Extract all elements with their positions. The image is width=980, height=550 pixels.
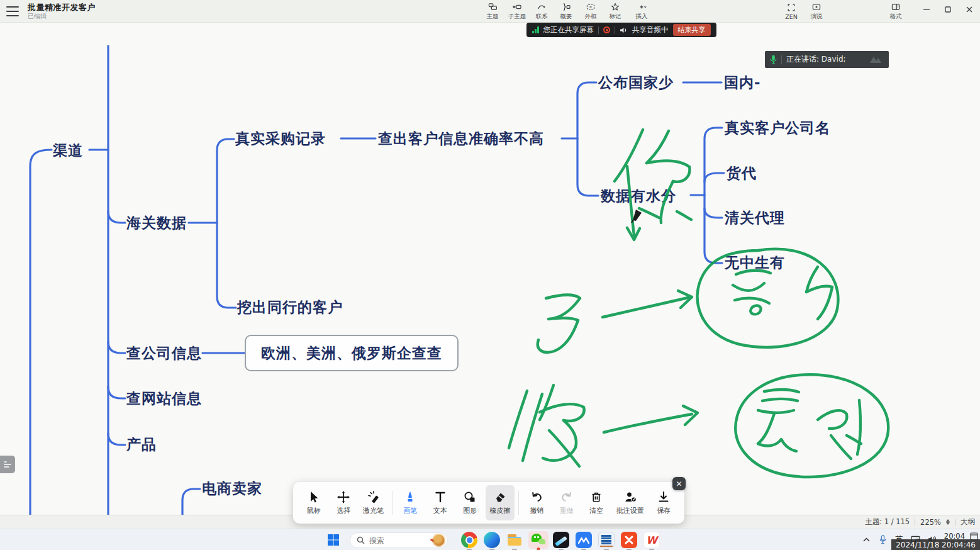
toolbar-zen-button[interactable]: ZEN [778,1,805,21]
download-save-icon [657,490,671,504]
select-tool-button[interactable]: 选择 [330,485,359,520]
wechat-icon [530,532,547,548]
mindmap-node[interactable]: 货代 [727,164,757,183]
cursor-icon [307,490,321,504]
search-input[interactable] [369,536,423,545]
taskbar-mountain-app[interactable] [575,531,593,549]
mindmap-node[interactable]: 挖出同行的客户 [237,298,343,317]
datetime-overlay: 2024/11/18 20:04:46 [891,539,980,550]
windows-start-icon [327,534,340,546]
redo-button[interactable]: 重做 [552,485,581,520]
mindmap-node[interactable]: 数据有水分 [601,186,676,206]
ink-bi [509,385,584,466]
minimize-button[interactable] [916,0,937,19]
taskbar-notes-app[interactable] [598,531,615,549]
text-icon [433,490,447,504]
mindmap-node[interactable]: 渠道 [53,141,83,160]
tool-label: 橡皮擦 [489,506,510,515]
zoom-level: 225% [920,518,941,527]
close-icon [966,6,973,13]
taskbar-wechat[interactable] [528,531,548,549]
taskbar-chrome[interactable] [460,531,478,549]
mindmap-node[interactable]: 产品 [126,435,157,454]
zen-icon [786,3,797,13]
shapes-icon [463,490,477,504]
tray-chevron-up-icon[interactable] [859,530,875,548]
taskbar-capcut[interactable] [552,531,570,549]
outline-button[interactable]: 大纲 [961,517,975,527]
annotation-toolbar-close-button[interactable]: ✕ [672,477,686,490]
clear-all-button[interactable]: 清空 [582,485,611,520]
divider [781,55,782,64]
ink-ni [615,130,691,240]
toolbar-label: 演说 [811,13,823,21]
outline-toggle-button[interactable] [0,456,15,473]
taskbar-wps[interactable]: W [643,531,660,549]
shapes-tool-button[interactable]: 图形 [456,485,485,520]
mindmap-node[interactable]: 真实客户公司名 [725,118,830,138]
annotator-settings-icon [623,490,637,504]
toolbar-insert-button[interactable]: 插入 [628,1,655,21]
recording-icon[interactable] [603,26,610,33]
save-annotation-button[interactable]: 保存 [650,485,679,520]
taskbar-edge[interactable] [483,531,501,549]
taskbar-xmind[interactable] [620,531,638,549]
toolbar-format-button[interactable]: 格式 [883,1,909,21]
toolbar-boundary-button[interactable]: 外框 [577,1,604,21]
ink-arrow-2 [604,406,698,432]
notepad-icon [598,532,615,548]
minimize-icon [923,6,930,13]
mindmap-node[interactable]: 电商卖家 [202,479,262,498]
annotation-settings-button[interactable]: 批注设置 [612,485,648,520]
mindmap-node[interactable]: 国内- [724,73,761,93]
mindmap-node[interactable]: 清关代理 [725,208,785,228]
insert-icon [636,2,647,12]
undo-button[interactable]: 撤销 [523,485,552,520]
taskbar-file-explorer[interactable] [506,531,523,549]
laser-pointer-button[interactable]: 激光笔 [359,485,388,520]
toolbar-subtopic-button[interactable]: 子主题 [504,1,530,21]
toolbar-label: 外框 [585,13,597,21]
tray-microphone-icon[interactable] [875,530,891,548]
maximize-icon [944,6,952,13]
mindmap-node[interactable]: 查网站信息 [126,389,202,408]
mindmap-node[interactable]: 查公司信息 [126,344,202,363]
search-highlight-image[interactable] [432,534,445,547]
handwriting-ink-layer [0,45,980,537]
tool-label: 鼠标 [307,506,321,515]
toolbar-summary-button[interactable]: 概要 [553,1,579,21]
toolbar-label: 格式 [890,13,902,21]
toolbar-label: 主题 [487,13,499,21]
pen-tool-button[interactable]: 画笔 [396,485,425,520]
mindmap-node[interactable]: 无中生有 [725,253,785,272]
sharing-status-text: 您正在共享屏幕 [543,25,594,35]
toolbar-marker-button[interactable]: 标记 [602,1,628,21]
search-icon [357,536,365,544]
toolbar-topic-button[interactable]: 主题 [479,1,506,21]
mindmap-node[interactable]: 海关数据 [126,213,187,233]
start-button[interactable] [325,531,342,549]
mindmap-canvas[interactable]: 渠道 海关数据 真实采购记录 查出客户信息准确率不高 公布国家少 国内- 数据有… [0,23,980,515]
move-select-icon [337,490,350,504]
trash-icon [589,490,603,504]
maximize-button[interactable] [937,0,959,19]
mindmap-node[interactable]: 公布国家少 [598,73,674,93]
text-tool-button[interactable]: 文本 [426,485,455,520]
format-icon [890,2,901,12]
toolbar-relationship-button[interactable]: 联系 [528,1,555,21]
speaking-text: 正在讲话: David; [786,54,846,65]
eraser-tool-button[interactable]: 橡皮擦 [486,485,515,520]
close-button[interactable] [959,0,980,19]
chrome-icon [461,532,477,548]
mouse-tool-button[interactable]: 鼠标 [299,485,328,520]
undo-icon [530,490,543,504]
tool-label: 清空 [589,506,603,515]
mindmap-node[interactable]: 查出客户信息准确率不高 [378,129,544,149]
toolbar-pitch-button[interactable]: 演说 [803,1,830,21]
mindmap-node-boxed[interactable]: 欧洲、美洲、俄罗斯企查查 [245,335,459,371]
end-share-button[interactable]: 结束共享 [673,24,711,36]
menu-icon[interactable] [6,6,19,16]
mindmap-node[interactable]: 真实采购记录 [235,129,326,149]
taskbar-search[interactable] [350,532,448,548]
zoom-stepper[interactable] [946,519,950,525]
